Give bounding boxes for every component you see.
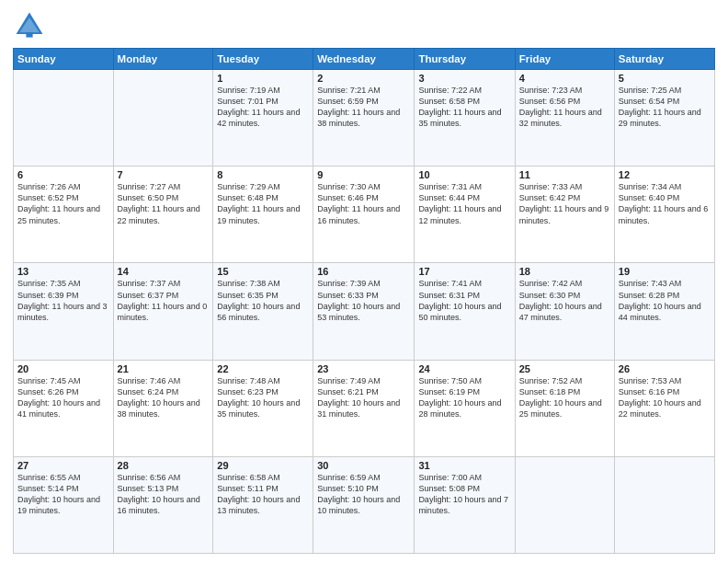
calendar-header-row: SundayMondayTuesdayWednesdayThursdayFrid… (14, 49, 715, 70)
calendar-table: SundayMondayTuesdayWednesdayThursdayFrid… (13, 48, 715, 554)
day-number: 10 (418, 169, 510, 180)
day-number: 5 (619, 73, 711, 84)
day-detail: Sunrise: 6:58 AM Sunset: 5:11 PM Dayligh… (217, 473, 300, 515)
calendar-cell: 5Sunrise: 7:25 AM Sunset: 6:54 PM Daylig… (614, 70, 714, 167)
calendar-cell: 22Sunrise: 7:48 AM Sunset: 6:23 PM Dayli… (213, 360, 313, 456)
calendar-cell: 9Sunrise: 7:30 AM Sunset: 6:46 PM Daylig… (313, 167, 415, 263)
calendar-cell: 4Sunrise: 7:23 AM Sunset: 6:56 PM Daylig… (515, 70, 614, 167)
day-detail: Sunrise: 7:22 AM Sunset: 6:58 PM Dayligh… (418, 86, 501, 128)
calendar-cell: 21Sunrise: 7:46 AM Sunset: 6:24 PM Dayli… (113, 360, 213, 456)
svg-rect-2 (26, 32, 32, 37)
day-number: 16 (317, 266, 410, 277)
calendar-cell: 16Sunrise: 7:39 AM Sunset: 6:33 PM Dayli… (313, 263, 415, 360)
calendar-cell: 12Sunrise: 7:34 AM Sunset: 6:40 PM Dayli… (614, 167, 714, 263)
day-detail: Sunrise: 7:30 AM Sunset: 6:46 PM Dayligh… (317, 182, 400, 224)
day-detail: Sunrise: 7:39 AM Sunset: 6:33 PM Dayligh… (317, 279, 400, 321)
day-header-wednesday: Wednesday (313, 49, 415, 70)
day-number: 28 (118, 460, 210, 471)
day-detail: Sunrise: 7:34 AM Sunset: 6:40 PM Dayligh… (619, 182, 709, 224)
day-number: 20 (17, 363, 109, 374)
day-detail: Sunrise: 7:31 AM Sunset: 6:44 PM Dayligh… (418, 182, 501, 224)
day-number: 7 (118, 169, 210, 180)
calendar-cell (515, 456, 614, 553)
day-detail: Sunrise: 6:59 AM Sunset: 5:10 PM Dayligh… (317, 473, 400, 515)
day-header-tuesday: Tuesday (213, 49, 313, 70)
day-number: 3 (418, 73, 510, 84)
header (13, 9, 715, 42)
calendar-cell: 6Sunrise: 7:26 AM Sunset: 6:52 PM Daylig… (14, 167, 114, 263)
day-detail: Sunrise: 7:00 AM Sunset: 5:08 PM Dayligh… (418, 473, 508, 515)
calendar-cell: 27Sunrise: 6:55 AM Sunset: 5:14 PM Dayli… (14, 456, 114, 553)
day-detail: Sunrise: 7:41 AM Sunset: 6:31 PM Dayligh… (418, 279, 501, 321)
day-number: 8 (217, 169, 309, 180)
day-number: 23 (317, 363, 410, 374)
calendar-cell: 17Sunrise: 7:41 AM Sunset: 6:31 PM Dayli… (415, 263, 515, 360)
day-detail: Sunrise: 7:25 AM Sunset: 6:54 PM Dayligh… (619, 86, 701, 128)
calendar-cell: 10Sunrise: 7:31 AM Sunset: 6:44 PM Dayli… (415, 167, 515, 263)
day-number: 14 (118, 266, 210, 277)
logo (13, 9, 50, 42)
calendar-cell: 2Sunrise: 7:21 AM Sunset: 6:59 PM Daylig… (313, 70, 415, 167)
page: SundayMondayTuesdayWednesdayThursdayFrid… (0, 0, 728, 563)
day-header-saturday: Saturday (614, 49, 714, 70)
calendar-cell: 28Sunrise: 6:56 AM Sunset: 5:13 PM Dayli… (113, 456, 213, 553)
calendar-cell: 1Sunrise: 7:19 AM Sunset: 7:01 PM Daylig… (213, 70, 313, 167)
calendar-cell: 25Sunrise: 7:52 AM Sunset: 6:18 PM Dayli… (515, 360, 614, 456)
calendar-week-5: 27Sunrise: 6:55 AM Sunset: 5:14 PM Dayli… (14, 456, 715, 553)
calendar-cell: 26Sunrise: 7:53 AM Sunset: 6:16 PM Dayli… (614, 360, 714, 456)
calendar-week-1: 1Sunrise: 7:19 AM Sunset: 7:01 PM Daylig… (14, 70, 715, 167)
calendar-cell: 31Sunrise: 7:00 AM Sunset: 5:08 PM Dayli… (415, 456, 515, 553)
day-number: 19 (619, 266, 711, 277)
day-number: 2 (317, 73, 410, 84)
day-header-sunday: Sunday (14, 49, 114, 70)
calendar-cell: 14Sunrise: 7:37 AM Sunset: 6:37 PM Dayli… (113, 263, 213, 360)
logo-icon (13, 9, 46, 42)
calendar-cell (113, 70, 213, 167)
day-number: 13 (17, 266, 109, 277)
day-detail: Sunrise: 7:52 AM Sunset: 6:18 PM Dayligh… (519, 376, 602, 419)
day-number: 12 (619, 169, 711, 180)
day-detail: Sunrise: 7:19 AM Sunset: 7:01 PM Dayligh… (217, 86, 300, 128)
calendar-cell (614, 456, 714, 553)
day-detail: Sunrise: 7:53 AM Sunset: 6:16 PM Dayligh… (619, 376, 701, 419)
day-number: 26 (619, 363, 711, 374)
day-number: 15 (217, 266, 309, 277)
day-detail: Sunrise: 7:42 AM Sunset: 6:30 PM Dayligh… (519, 279, 602, 321)
calendar-cell: 8Sunrise: 7:29 AM Sunset: 6:48 PM Daylig… (213, 167, 313, 263)
calendar-cell: 29Sunrise: 6:58 AM Sunset: 5:11 PM Dayli… (213, 456, 313, 553)
day-detail: Sunrise: 7:50 AM Sunset: 6:19 PM Dayligh… (418, 376, 501, 419)
calendar-cell: 30Sunrise: 6:59 AM Sunset: 5:10 PM Dayli… (313, 456, 415, 553)
calendar-cell: 3Sunrise: 7:22 AM Sunset: 6:58 PM Daylig… (415, 70, 515, 167)
day-number: 6 (17, 169, 109, 180)
day-number: 4 (519, 73, 610, 84)
day-number: 30 (317, 460, 410, 471)
day-number: 21 (118, 363, 210, 374)
calendar-cell: 23Sunrise: 7:49 AM Sunset: 6:21 PM Dayli… (313, 360, 415, 456)
day-detail: Sunrise: 6:56 AM Sunset: 5:13 PM Dayligh… (118, 473, 200, 515)
calendar-week-2: 6Sunrise: 7:26 AM Sunset: 6:52 PM Daylig… (14, 167, 715, 263)
day-header-thursday: Thursday (415, 49, 515, 70)
calendar-cell: 18Sunrise: 7:42 AM Sunset: 6:30 PM Dayli… (515, 263, 614, 360)
day-detail: Sunrise: 7:23 AM Sunset: 6:56 PM Dayligh… (519, 86, 602, 128)
day-detail: Sunrise: 7:38 AM Sunset: 6:35 PM Dayligh… (217, 279, 300, 321)
day-detail: Sunrise: 6:55 AM Sunset: 5:14 PM Dayligh… (17, 473, 100, 515)
day-number: 25 (519, 363, 610, 374)
calendar-cell: 20Sunrise: 7:45 AM Sunset: 6:26 PM Dayli… (14, 360, 114, 456)
calendar-week-3: 13Sunrise: 7:35 AM Sunset: 6:39 PM Dayli… (14, 263, 715, 360)
day-detail: Sunrise: 7:26 AM Sunset: 6:52 PM Dayligh… (17, 182, 100, 224)
day-detail: Sunrise: 7:35 AM Sunset: 6:39 PM Dayligh… (17, 279, 108, 321)
calendar-cell (14, 70, 114, 167)
day-number: 11 (519, 169, 610, 180)
day-number: 9 (317, 169, 410, 180)
day-number: 24 (418, 363, 510, 374)
calendar-week-4: 20Sunrise: 7:45 AM Sunset: 6:26 PM Dayli… (14, 360, 715, 456)
day-detail: Sunrise: 7:21 AM Sunset: 6:59 PM Dayligh… (317, 86, 400, 128)
day-number: 29 (217, 460, 309, 471)
calendar-cell: 11Sunrise: 7:33 AM Sunset: 6:42 PM Dayli… (515, 167, 614, 263)
day-detail: Sunrise: 7:33 AM Sunset: 6:42 PM Dayligh… (519, 182, 609, 224)
calendar-cell: 13Sunrise: 7:35 AM Sunset: 6:39 PM Dayli… (14, 263, 114, 360)
day-number: 31 (418, 460, 510, 471)
day-detail: Sunrise: 7:45 AM Sunset: 6:26 PM Dayligh… (17, 376, 100, 419)
calendar-cell: 15Sunrise: 7:38 AM Sunset: 6:35 PM Dayli… (213, 263, 313, 360)
day-detail: Sunrise: 7:29 AM Sunset: 6:48 PM Dayligh… (217, 182, 300, 224)
